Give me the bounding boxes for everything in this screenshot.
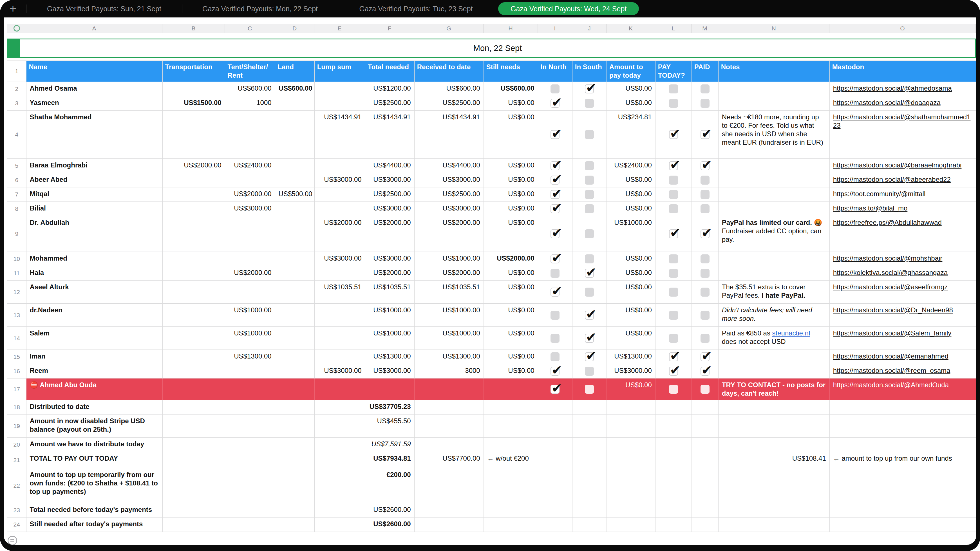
tab-mon-22-sept[interactable]: Gaza Verified Payouts: Mon, 22 Sept <box>182 5 338 13</box>
cell-H14[interactable]: US$0.00 <box>484 327 538 350</box>
cell-K24[interactable] <box>606 518 655 532</box>
cell-C24[interactable] <box>225 518 275 532</box>
cell-F21[interactable]: US$7934.81 <box>365 452 414 468</box>
cell-F14[interactable]: US$1000.00 <box>365 327 414 350</box>
cell-D18[interactable] <box>275 400 314 414</box>
cell-C10[interactable] <box>225 252 275 266</box>
cell-I13[interactable] <box>538 304 572 327</box>
cell-G24[interactable] <box>414 518 484 532</box>
checkbox-I3-checked[interactable]: ✔ <box>550 99 560 108</box>
column-header-O[interactable]: Mastodon <box>829 61 976 82</box>
cell-C9[interactable] <box>225 216 275 252</box>
checkbox-I15-unchecked[interactable] <box>550 353 560 361</box>
cell-F5[interactable]: US$4400.00 <box>365 159 414 173</box>
cell-E6[interactable]: US$3000.00 <box>314 173 365 187</box>
link-cell-O10[interactable]: https://mastodon.social/@mohshbair <box>829 252 976 266</box>
column-letter-O[interactable]: O <box>829 24 976 33</box>
link-cell-O14[interactable]: https://mastodon.social/@Salem_family <box>829 327 976 350</box>
cell-J16[interactable] <box>572 364 606 378</box>
cell-A22[interactable]: Amount to top up temporarily from our ow… <box>26 468 162 503</box>
cell-J19[interactable] <box>572 414 606 438</box>
cell-F4[interactable]: US$1434.91 <box>365 111 414 159</box>
checkbox-J2-checked[interactable]: ✔ <box>585 84 594 94</box>
cell-N12[interactable]: The $35.51 extra is to cover PayPal fees… <box>718 281 829 304</box>
cell-L10[interactable] <box>655 252 692 266</box>
cell-M2[interactable] <box>692 82 718 96</box>
checkbox-I7-checked[interactable]: ✔ <box>550 190 560 199</box>
column-letter-F[interactable]: F <box>365 24 414 33</box>
column-letter-K[interactable]: K <box>606 24 655 33</box>
cell-H3[interactable]: US$0.00 <box>484 96 538 111</box>
row-number-17[interactable]: 17 <box>7 378 26 400</box>
cell-F18[interactable]: US$37705.23 <box>365 400 414 414</box>
cell-C13[interactable]: US$1000.00 <box>225 304 275 327</box>
cell-B2[interactable] <box>162 82 225 96</box>
column-header-H[interactable]: Still needs <box>484 61 538 82</box>
column-header-J[interactable]: In South <box>572 61 606 82</box>
cell-N5[interactable] <box>718 159 829 173</box>
cell-N23[interactable] <box>718 503 829 518</box>
checkbox-I8-checked[interactable]: ✔ <box>550 204 560 213</box>
checkbox-L2-unchecked[interactable] <box>669 84 678 94</box>
cell-N3[interactable] <box>718 96 829 111</box>
cell-G20[interactable] <box>414 438 484 452</box>
link-cell-O7[interactable]: https://toot.community/@mittall <box>829 187 976 202</box>
cell-H4[interactable]: US$0.00 <box>484 111 538 159</box>
cell-B16[interactable] <box>162 364 225 378</box>
cell-K2[interactable]: US$0.00 <box>606 82 655 96</box>
cell-L16[interactable]: ✔ <box>655 364 692 378</box>
cell-G5[interactable]: US$4400.00 <box>414 159 484 173</box>
column-header-A[interactable]: Name <box>26 61 162 82</box>
checkbox-L5-checked[interactable]: ✔ <box>669 161 678 170</box>
checkbox-J4-unchecked[interactable] <box>585 130 594 139</box>
cell-I2[interactable] <box>538 82 572 96</box>
cell-M10[interactable] <box>692 252 718 266</box>
cell-F2[interactable]: US$1200.00 <box>365 82 414 96</box>
cell-K6[interactable]: US$0.00 <box>606 173 655 187</box>
cell-K12[interactable]: US$0.00 <box>606 281 655 304</box>
cell-O21[interactable]: ← amount to top up from our own funds <box>829 452 976 468</box>
checkbox-L16-checked[interactable]: ✔ <box>669 367 678 376</box>
cell-I5[interactable]: ✔ <box>538 159 572 173</box>
cell-I20[interactable] <box>538 438 572 452</box>
cell-M19[interactable] <box>692 414 718 438</box>
cell-H21[interactable]: ← w/out €200 <box>484 452 538 468</box>
cell-A11[interactable]: Hala <box>26 266 162 281</box>
row-number-4[interactable]: 4 <box>7 111 26 159</box>
cell-I3[interactable]: ✔ <box>538 96 572 111</box>
cell-F16[interactable]: US$3000.00 <box>365 364 414 378</box>
cell-L9[interactable]: ✔ <box>655 216 692 252</box>
cell-C3[interactable]: 1000 <box>225 96 275 111</box>
cell-F19[interactable]: US$455.50 <box>365 414 414 438</box>
cell-L21[interactable] <box>655 452 692 468</box>
cell-D2[interactable]: US$600.00 <box>275 82 314 96</box>
cell-B19[interactable] <box>162 414 225 438</box>
cell-I14[interactable] <box>538 327 572 350</box>
row-number-15[interactable]: 15 <box>7 350 26 364</box>
checkbox-M17-unchecked[interactable] <box>700 385 710 394</box>
cell-A15[interactable]: Iman <box>26 350 162 364</box>
row-number-9[interactable]: 9 <box>7 216 26 252</box>
cell-E24[interactable] <box>314 518 365 532</box>
cell-A13[interactable]: dr.Nadeen <box>26 304 162 327</box>
checkbox-J5-unchecked[interactable] <box>585 161 594 170</box>
cell-M15[interactable]: ✔ <box>692 350 718 364</box>
cell-L4[interactable]: ✔ <box>655 111 692 159</box>
cell-G3[interactable]: US$2500.00 <box>414 96 484 111</box>
checkbox-I17-checked[interactable]: ✔ <box>550 385 560 394</box>
cell-F11[interactable]: US$2000.00 <box>365 266 414 281</box>
cell-G7[interactable]: US$2500.00 <box>414 187 484 202</box>
checkbox-L10-unchecked[interactable] <box>669 254 678 264</box>
cell-D17[interactable] <box>275 378 314 400</box>
cell-N19[interactable] <box>718 414 829 438</box>
cell-J8[interactable] <box>572 202 606 216</box>
cell-N16[interactable] <box>718 364 829 378</box>
checkbox-J8-unchecked[interactable] <box>585 204 594 213</box>
checkbox-M6-unchecked[interactable] <box>700 176 710 184</box>
cell-F17[interactable] <box>365 378 414 400</box>
cell-K14[interactable]: US$0.00 <box>606 327 655 350</box>
cell-M20[interactable] <box>692 438 718 452</box>
cell-E20[interactable] <box>314 438 365 452</box>
cell-G10[interactable]: US$1000.00 <box>414 252 484 266</box>
cell-L14[interactable] <box>655 327 692 350</box>
